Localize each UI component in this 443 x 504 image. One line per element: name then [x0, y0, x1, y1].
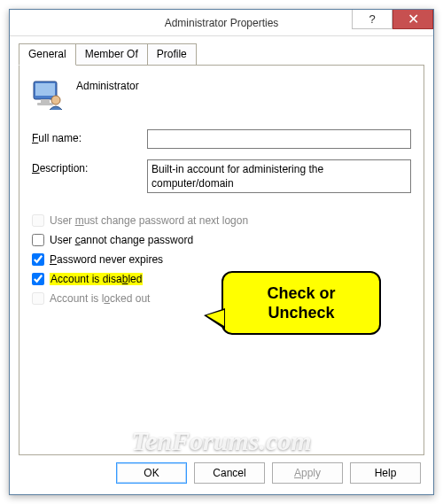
tab-profile[interactable]: Profile: [147, 43, 197, 65]
dialog-content: General Member Of Profile Administrator …: [10, 36, 433, 492]
annotation-callout: Check orUncheck: [222, 271, 381, 335]
tab-panel-general: Administrator Full name: Description: Bu…: [19, 66, 424, 455]
must-change-password-label: User must change password at next logon: [50, 214, 248, 227]
dialog-buttons: OK Cancel Apply Help: [19, 455, 424, 484]
tab-strip: General Member Of Profile: [19, 43, 424, 66]
tab-member-of[interactable]: Member Of: [75, 43, 148, 65]
password-never-expires-checkbox[interactable]: [32, 253, 44, 266]
password-never-expires-row: Password never expires: [32, 253, 411, 266]
must-change-password-row: User must change password at next logon: [32, 214, 411, 227]
cannot-change-password-label: User cannot change password: [50, 234, 193, 246]
account-locked-checkbox: [32, 292, 44, 305]
fullname-row: Full name:: [32, 129, 411, 149]
callout-text: Check orUncheck: [267, 283, 335, 323]
user-header: Administrator: [32, 78, 411, 110]
fullname-input[interactable]: [147, 129, 411, 149]
account-disabled-label: Account is disabled: [50, 273, 143, 285]
cannot-change-password-row: User cannot change password: [32, 234, 411, 246]
tab-general[interactable]: General: [19, 43, 76, 66]
titlebar-controls: ? ✕: [352, 10, 433, 29]
description-label: Description:: [32, 159, 147, 174]
username-label: Administrator: [76, 78, 139, 92]
dialog-window: Administrator Properties ? ✕ General Mem…: [9, 9, 434, 495]
svg-rect-3: [37, 103, 53, 105]
user-icon: [32, 78, 64, 110]
password-never-expires-label: Password never expires: [50, 253, 163, 266]
close-icon[interactable]: ✕: [392, 10, 433, 29]
account-locked-label: Account is locked out: [50, 292, 150, 305]
svg-rect-2: [41, 99, 50, 103]
help-icon[interactable]: ?: [352, 10, 392, 29]
account-disabled-checkbox[interactable]: [32, 273, 44, 285]
svg-point-4: [51, 96, 60, 105]
cancel-button[interactable]: Cancel: [194, 462, 265, 484]
fullname-label: Full name:: [32, 129, 147, 144]
apply-button[interactable]: Apply: [272, 462, 343, 484]
ok-button[interactable]: OK: [116, 462, 187, 484]
help-button[interactable]: Help: [350, 462, 421, 484]
cannot-change-password-checkbox[interactable]: [32, 234, 44, 246]
description-input[interactable]: Built-in account for administering the c…: [147, 159, 411, 193]
titlebar: Administrator Properties ? ✕: [10, 10, 433, 36]
description-row: Description: Built-in account for admini…: [32, 159, 411, 193]
must-change-password-checkbox: [32, 214, 44, 227]
svg-rect-1: [35, 83, 55, 96]
